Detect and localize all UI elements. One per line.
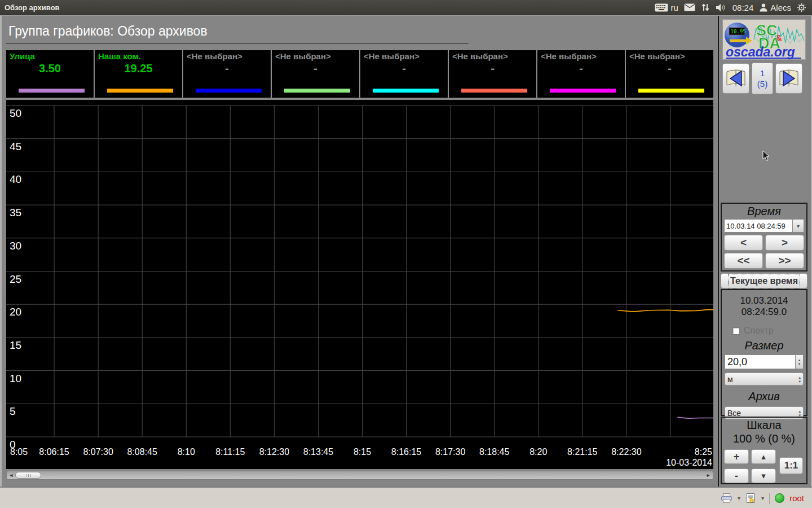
control-panel: 10.95 SC & DA oscada.org 1 (5) Время 10.: [718, 16, 810, 488]
current-date-line: 10.03.2014: [725, 295, 804, 306]
user-menu[interactable]: Alecs: [759, 3, 791, 12]
export-dropdown-icon[interactable]: ▾: [761, 495, 764, 501]
scrollbar-left-arrow-icon[interactable]: ◂: [7, 471, 15, 479]
svg-text:8:21:15: 8:21:15: [567, 447, 597, 457]
page-next-button[interactable]: [775, 63, 802, 94]
spinner-down-icon[interactable]: ▾: [798, 362, 801, 366]
scale-section: Шкала 100 % (0 %) + ▴ - ▾ 1:1: [721, 417, 807, 484]
time-page-forward-button[interactable]: >>: [765, 253, 804, 269]
legend-cell[interactable]: <Не выбран>-: [449, 50, 536, 98]
legend-cell[interactable]: <Не выбран>-: [626, 50, 713, 98]
scale-minus-button[interactable]: -: [724, 468, 749, 483]
user-name: Alecs: [770, 3, 791, 12]
svg-text:8:16:15: 8:16:15: [391, 447, 421, 457]
book-next-icon: [778, 67, 800, 90]
time-page-back-button[interactable]: <<: [724, 253, 763, 269]
time-section-title: Время: [724, 205, 804, 218]
current-time-button-label: Текущее время: [730, 276, 798, 286]
scrollbar-thumb[interactable]: [15, 472, 41, 479]
oscada-logo-image: 10.95 SC & DA oscada.org: [722, 19, 806, 60]
size-spinner[interactable]: ▴ ▾: [795, 354, 804, 369]
volume-indicator[interactable]: [716, 3, 727, 12]
legend-cell[interactable]: Улица3.50: [6, 50, 94, 98]
svg-text:8:13:45: 8:13:45: [303, 447, 333, 457]
current-datetime-display: 10.03.2014 08:24:59.0: [725, 295, 804, 318]
legend-cell[interactable]: <Не выбран>-: [537, 50, 625, 98]
scale-value: 100 % (0 %): [722, 432, 806, 445]
sync-indicator[interactable]: [701, 3, 710, 12]
current-time-button[interactable]: Текущее время: [721, 273, 807, 288]
svg-text:8:22:30: 8:22:30: [611, 447, 641, 457]
svg-text:8:25: 8:25: [695, 447, 712, 457]
page-current: 1: [760, 68, 765, 78]
svg-text:8:06:15: 8:06:15: [39, 447, 69, 457]
legend-value: -: [187, 62, 267, 75]
keyboard-indicator[interactable]: ru: [655, 3, 678, 12]
time-step-back-button[interactable]: <: [724, 235, 763, 251]
triangle-down-icon: ▾: [761, 471, 766, 481]
svg-text:10-03-2014: 10-03-2014: [666, 458, 712, 467]
svg-text:15: 15: [10, 339, 21, 351]
size-unit-select[interactable]: м ▴▾: [725, 373, 804, 386]
svg-text:8:15: 8:15: [354, 447, 371, 457]
legend-cell[interactable]: <Не выбран>-: [183, 50, 271, 98]
svg-text:8:18:45: 8:18:45: [479, 447, 509, 457]
svg-text:8:11:15: 8:11:15: [215, 447, 245, 457]
svg-text:8:07:30: 8:07:30: [83, 447, 113, 457]
settings-section: 10.03.2014 08:24:59.0 Спектр Размер 20,0…: [721, 289, 807, 416]
legend-value: 19.25: [98, 62, 179, 75]
archive-view-window: Группа графиков: Обзор архивов Улица3.50…: [0, 15, 812, 488]
gear-icon: [797, 3, 806, 12]
current-time-line: 08:24:59.0: [725, 306, 804, 318]
select-arrows-icon: ▴▾: [798, 409, 801, 417]
mail-icon: [684, 3, 695, 11]
svg-text:8:05: 8:05: [10, 447, 28, 457]
logo-display-value: 10.95: [731, 29, 746, 34]
chart-horizontal-scrollbar[interactable]: ◂ ▸: [6, 471, 713, 480]
legend-cell[interactable]: Наша ком.19.25: [95, 50, 182, 98]
page-prev-button[interactable]: [722, 63, 749, 94]
spinner-up-icon[interactable]: ▴: [798, 358, 801, 362]
printer-icon[interactable]: [721, 493, 732, 503]
spectrum-checkbox[interactable]: [732, 327, 740, 335]
svg-text:5: 5: [10, 405, 16, 417]
legend-value: 3.50: [10, 62, 90, 75]
scale-section-title: Шкала: [722, 419, 806, 432]
legend-label: <Не выбран>: [541, 51, 621, 61]
svg-text:35: 35: [10, 207, 21, 218]
time-section: Время 10.03.14 08:24:59 ▾ < > << >>: [721, 203, 807, 271]
datetime-dropdown-button[interactable]: ▾: [792, 219, 804, 233]
mail-indicator[interactable]: [684, 3, 695, 11]
legend-cell[interactable]: <Не выбран>-: [272, 50, 359, 98]
legend-color-bar: [196, 89, 262, 93]
legend-label: <Не выбран>: [275, 51, 356, 61]
trend-legend: Улица3.50Наша ком.19.25<Не выбран>-<Не в…: [6, 50, 713, 98]
logged-user-label: root: [789, 493, 804, 503]
status-dot-icon: [775, 493, 784, 503]
printer-dropdown-icon[interactable]: ▾: [738, 495, 740, 501]
select-arrows-icon: ▴▾: [798, 375, 801, 383]
clock-indicator[interactable]: 08:24: [732, 3, 754, 12]
session-menu[interactable]: [797, 3, 806, 12]
scale-one-to-one-button[interactable]: 1:1: [779, 457, 803, 474]
legend-value: -: [452, 62, 533, 75]
export-doc-icon[interactable]: [745, 493, 756, 503]
legend-value: -: [364, 62, 444, 75]
legend-value: -: [541, 62, 621, 75]
lang-indicator: ru: [670, 3, 678, 12]
legend-label: <Не выбран>: [364, 51, 444, 61]
datetime-input[interactable]: 10.03.14 08:24:59: [724, 219, 792, 233]
legend-label: <Не выбран>: [452, 51, 533, 61]
trend-chart[interactable]: 051015202530354045508:058:06:158:07:308:…: [6, 100, 713, 469]
legend-cell[interactable]: <Не выбран>-: [360, 50, 448, 98]
size-input[interactable]: 20,0: [725, 354, 795, 369]
status-bar: ▾ ▾ root: [0, 488, 812, 508]
time-step-forward-button[interactable]: >: [765, 235, 804, 251]
scale-down-button[interactable]: ▾: [751, 468, 776, 483]
scrollbar-right-arrow-icon[interactable]: ▸: [704, 471, 712, 479]
user-icon: [759, 3, 768, 12]
size-unit-value: м: [727, 375, 733, 384]
trend-chart-svg[interactable]: 051015202530354045508:058:06:158:07:308:…: [6, 100, 713, 469]
scale-plus-button[interactable]: +: [724, 449, 749, 464]
scale-up-button[interactable]: ▴: [751, 449, 776, 464]
